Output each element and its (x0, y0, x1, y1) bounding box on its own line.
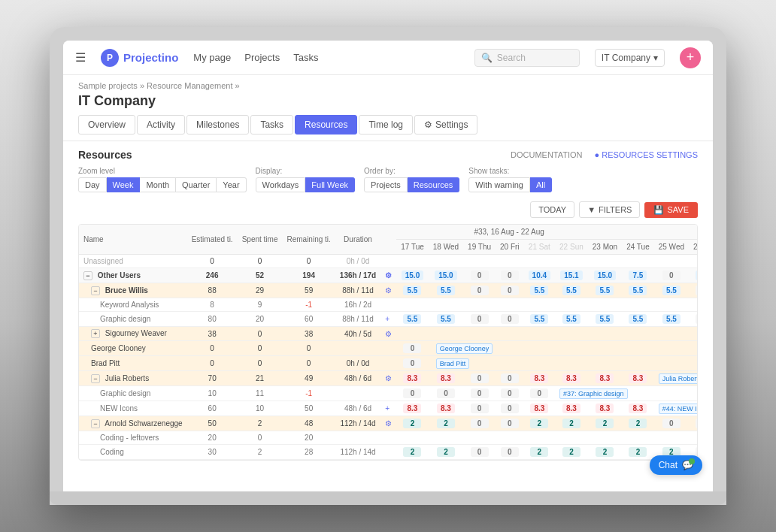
orderby-resources[interactable]: Resources (408, 177, 460, 192)
main-content: Resources DOCUMENTATION ● RESOURCES SETT… (63, 141, 713, 468)
section-title: Resources (78, 149, 132, 161)
row-name: Graphic design (79, 386, 187, 401)
day-23: 23 Mon (588, 240, 622, 255)
tab-resources[interactable]: Resources (295, 115, 357, 135)
section-header: Resources DOCUMENTATION ● RESOURCES SETT… (78, 149, 698, 161)
day-26: 26 Thu (689, 240, 698, 255)
nav-tasks[interactable]: Tasks (293, 52, 318, 63)
filters-button[interactable]: ▼ FILTERS (579, 201, 640, 218)
row-name: Unassigned (79, 255, 187, 268)
expand-icon[interactable]: − (83, 271, 92, 280)
row-name: − Julia Roberts (79, 371, 187, 386)
showtasks-warning[interactable]: With warning (468, 177, 530, 192)
showtasks-control: Show tasks: With warning All (468, 167, 552, 192)
day-18: 18 Wed (429, 240, 463, 255)
table-row: Brad Pitt 0 0 0 0h / 0d 0 Brad Pitt (79, 356, 698, 371)
showtasks-options: With warning All (468, 177, 552, 192)
add-button[interactable]: + (680, 47, 701, 68)
table-row: Keyword Analysis 8 9 -1 16h / 2d #41: Ke… (79, 298, 698, 312)
orderby-control: Order by: Projects Resources (364, 167, 459, 192)
showtasks-all[interactable]: All (530, 177, 552, 192)
table-row: NEW Icons 60 10 50 48h / 6d + 8.3 8.3 0 … (79, 401, 698, 416)
tab-overview[interactable]: Overview (78, 115, 135, 135)
resource-table-wrap: Name Estimated ti. Spent time Remaining … (78, 224, 698, 461)
day-20: 20 Fri (496, 240, 524, 255)
orderby-projects[interactable]: Projects (364, 177, 408, 192)
tab-milestones[interactable]: Milestones (186, 115, 249, 135)
today-button[interactable]: TODAY (530, 201, 574, 218)
tab-timelog[interactable]: Time log (359, 115, 413, 135)
row-name: Coding (79, 445, 187, 460)
tab-tasks[interactable]: Tasks (250, 115, 293, 135)
tab-activity[interactable]: Activity (137, 115, 185, 135)
expand-icon[interactable]: − (91, 419, 100, 428)
nav-projects[interactable]: Projects (244, 52, 280, 63)
tab-settings[interactable]: ⚙ Settings (414, 115, 477, 135)
row-name: + Sigourney Weaver (79, 327, 187, 341)
documentation-link[interactable]: DOCUMENTATION (511, 150, 583, 159)
search-box[interactable]: 🔍 Search (474, 49, 580, 67)
company-selector[interactable]: IT Company ▾ (595, 49, 665, 67)
showtasks-label: Show tasks: (468, 167, 552, 175)
expand-icon[interactable]: − (91, 374, 100, 383)
row-name: Keyword Analysis (79, 298, 187, 312)
search-icon: 🔍 (481, 53, 493, 63)
row-name: − Bruce Willis (79, 283, 187, 298)
app-logo[interactable]: P Projectino (101, 49, 178, 67)
table-row: + Sigourney Weaver 38 0 38 40h / 5d ⚙ (79, 327, 698, 341)
table-row: Graphic design 10 11 -1 0 0 0 0 0 #37: G… (79, 386, 698, 401)
display-fullweek[interactable]: Full Week (305, 177, 355, 192)
chevron-down-icon: ▾ (653, 53, 658, 63)
orderby-options: Projects Resources (364, 177, 459, 192)
week-34-header: #34, 23 Aug - 29 Aug (622, 225, 698, 240)
display-workdays[interactable]: Workdays (256, 177, 306, 192)
table-row: − Arnold Schwarzenegge 50 2 48 112h / 14… (79, 416, 698, 431)
day-21: 21 Sat (524, 240, 555, 255)
zoom-options: Day Week Month Quarter Year (78, 177, 247, 192)
expand-icon[interactable]: + (91, 329, 100, 338)
chat-icon-wrap: 💬 (682, 460, 693, 470)
row-name: Brad Pitt (79, 356, 187, 371)
row-est: 0 (187, 255, 238, 268)
table-row: Coding - leftovers 20 0 20 (79, 431, 698, 445)
top-nav: My page Projects Tasks (193, 52, 318, 63)
col-dur-header: Duration (335, 225, 380, 255)
table-row: George Clooney 0 0 0 0 George Clooney (79, 341, 698, 356)
zoom-label: Zoom level (78, 167, 247, 175)
zoom-year[interactable]: Year (217, 177, 246, 192)
resources-settings-link[interactable]: ● RESOURCES SETTINGS (595, 150, 698, 159)
chat-button[interactable]: Chat 💬 (650, 455, 702, 475)
zoom-control: Zoom level Day Week Month Quarter Year (78, 167, 247, 192)
col-name-header: Name (79, 225, 187, 255)
day-22: 22 Sun (555, 240, 588, 255)
logo-icon: P (101, 49, 119, 67)
day-17: 17 Tue (396, 240, 429, 255)
filter-icon: ▼ (587, 205, 596, 214)
week-group-row: Name Estimated ti. Spent time Remaining … (79, 225, 698, 240)
topbar: ☰ P Projectino My page Projects Tasks 🔍 … (63, 41, 713, 75)
table-row: − Other Users 246 52 194 136h / 17d ⚙ 15… (79, 268, 698, 283)
row-name: Coding - leftovers (79, 431, 187, 445)
zoom-week[interactable]: Week (107, 177, 141, 192)
section-actions: DOCUMENTATION ● RESOURCES SETTINGS (511, 150, 698, 159)
chat-label: Chat (659, 460, 677, 470)
day-25: 25 Wed (654, 240, 689, 255)
row-name: Graphic design (79, 312, 187, 327)
row-name: George Clooney (79, 341, 187, 356)
day-19: 19 Thu (463, 240, 496, 255)
zoom-month[interactable]: Month (140, 177, 176, 192)
nav-mypage[interactable]: My page (193, 52, 231, 63)
row-dur: 0h / 0d (335, 255, 380, 268)
zoom-day[interactable]: Day (78, 177, 107, 192)
app-name: Projectino (123, 51, 178, 64)
row-spent: 0 (238, 255, 283, 268)
col-action-header (380, 225, 396, 255)
gear-icon: ⚙ (424, 119, 432, 130)
resource-table: Name Estimated ti. Spent time Remaining … (79, 225, 698, 460)
week-33-header: #33, 16 Aug - 22 Aug (396, 225, 622, 240)
save-button[interactable]: 💾 SAVE (644, 202, 698, 218)
expand-icon[interactable]: − (91, 286, 100, 295)
zoom-quarter[interactable]: Quarter (176, 177, 217, 192)
save-label: SAVE (667, 205, 689, 214)
menu-icon[interactable]: ☰ (75, 50, 86, 65)
